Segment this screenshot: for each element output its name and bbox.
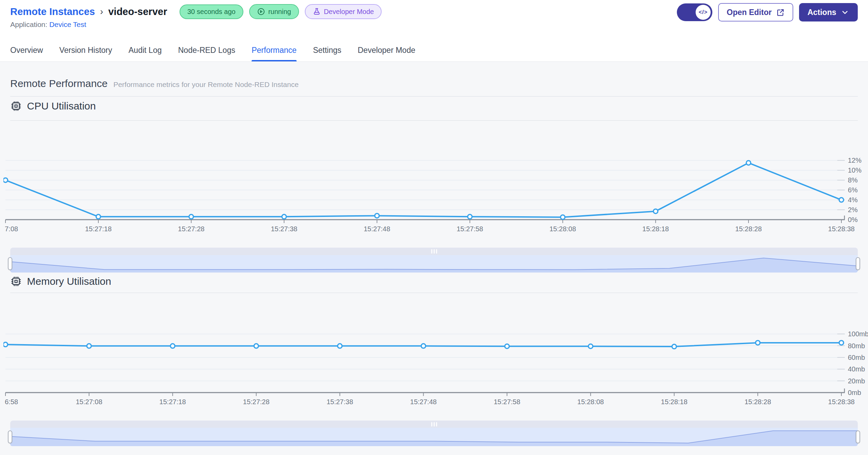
y-tick-label: 0mb	[848, 389, 861, 396]
data-point-marker	[746, 161, 751, 165]
data-point-marker	[254, 344, 258, 348]
tab-audit-log[interactable]: Audit Log	[129, 39, 162, 61]
x-tick-label: 15:27:18	[159, 398, 186, 406]
running-status-label: running	[268, 8, 291, 16]
play-circle-icon	[257, 8, 265, 16]
developer-mode-toggle[interactable]: </>	[677, 3, 712, 21]
x-tick-label: 15:27:08	[76, 398, 102, 406]
cpu-chip-icon	[10, 100, 22, 112]
memory-brush-handle-left[interactable]	[8, 430, 12, 443]
breadcrumb-remote-instances-link[interactable]: Remote Instances	[10, 6, 95, 17]
memory-section-label: Memory Utilisation	[27, 276, 111, 287]
y-tick-label: 0%	[848, 216, 858, 223]
application-link[interactable]: Device Test	[49, 20, 86, 28]
brush-preview-svg	[10, 255, 858, 273]
x-tick-label: 15:28:18	[661, 398, 687, 406]
memory-brush-handle-right[interactable]	[856, 430, 860, 443]
memory-utilisation-chart[interactable]: 0mb20mb40mb60mb80mb100mb6:5815:27:0815:2…	[3, 318, 868, 410]
last-seen-badge: 30 seconds ago	[180, 4, 243, 19]
last-seen-badge-label: 30 seconds ago	[187, 8, 236, 16]
chevron-down-icon	[841, 8, 849, 17]
data-point-marker	[282, 215, 286, 219]
x-tick-label: 15:28:38	[828, 398, 855, 406]
memory-chip-icon	[10, 276, 22, 287]
x-tick-label: 15:27:58	[494, 398, 520, 406]
instance-name: video-server	[108, 6, 167, 17]
data-point-marker	[653, 209, 658, 214]
x-tick-label: 15:28:38	[828, 225, 855, 233]
y-tick-label: 40mb	[848, 365, 865, 373]
page-title: Remote Performance	[10, 78, 108, 89]
divider	[10, 293, 858, 293]
tab-settings[interactable]: Settings	[313, 39, 341, 61]
grip-icon[interactable]	[431, 422, 437, 426]
divider	[10, 96, 858, 97]
cpu-brush-handle-left[interactable]	[8, 257, 12, 270]
data-point-marker	[839, 198, 844, 202]
data-point-marker	[3, 342, 8, 347]
breadcrumb-separator: ›	[100, 6, 103, 17]
x-tick-label: 15:27:18	[85, 225, 112, 233]
x-tick-label: 15:27:58	[457, 225, 483, 233]
divider	[10, 120, 858, 121]
x-tick-label: 15:27:38	[327, 398, 353, 406]
data-point-marker	[756, 340, 760, 345]
y-tick-label: 60mb	[848, 354, 865, 361]
data-point-marker	[468, 215, 472, 219]
tab-overview[interactable]: Overview	[10, 39, 43, 61]
x-tick-label: 15:28:28	[744, 398, 771, 406]
grip-icon[interactable]	[431, 249, 437, 254]
x-tick-label: 7:08	[5, 225, 18, 233]
cpu-brush-handle-right[interactable]	[856, 257, 860, 270]
remote-instance-performance-page: { "header": { "breadcrumb": "Remote Inst…	[0, 0, 868, 455]
y-tick-label: 6%	[848, 186, 858, 194]
actions-button[interactable]: Actions	[799, 3, 858, 21]
cpu-brush-preview[interactable]	[10, 255, 858, 273]
y-tick-label: 80mb	[848, 342, 865, 350]
page-head: Remote Performance Performance metrics f…	[10, 78, 299, 89]
data-point-marker	[505, 344, 509, 349]
y-tick-label: 2%	[848, 206, 858, 214]
x-tick-label: 6:58	[5, 398, 18, 406]
flask-icon	[313, 8, 321, 16]
memory-brush-preview[interactable]	[10, 428, 858, 446]
header: Remote Instances › video-server 30 secon…	[0, 0, 868, 39]
status-badges: 30 seconds ago running Developer Mode	[180, 4, 382, 19]
data-point-marker	[672, 344, 677, 349]
tab-node-red-logs[interactable]: Node-RED Logs	[178, 39, 235, 61]
tab-performance[interactable]: Performance	[252, 39, 297, 61]
header-controls: </> Open Editor Actions	[677, 3, 858, 21]
y-tick-label: 20mb	[848, 377, 865, 385]
data-point-marker	[375, 214, 379, 218]
brush-preview-svg	[10, 428, 858, 446]
x-tick-label: 15:28:28	[735, 225, 762, 233]
x-tick-label: 15:27:28	[178, 225, 204, 233]
x-tick-label: 15:27:48	[364, 225, 390, 233]
actions-label: Actions	[808, 8, 836, 17]
x-tick-label: 15:27:38	[271, 225, 297, 233]
cpu-utilisation-chart[interactable]: 0%2%4%6%8%10%12%7:0815:27:1815:27:2815:2…	[3, 144, 868, 236]
y-tick-label: 12%	[848, 157, 862, 164]
x-tick-label: 15:28:18	[642, 225, 669, 233]
data-point-marker	[560, 215, 565, 219]
application-label: Application:	[10, 20, 47, 28]
performance-content: Remote Performance Performance metrics f…	[0, 62, 868, 455]
developer-mode-badge-label: Developer Mode	[324, 8, 374, 16]
running-status-badge: running	[249, 4, 299, 19]
cpu-brush-drag-strip[interactable]	[10, 248, 858, 255]
open-editor-button[interactable]: Open Editor	[718, 3, 793, 21]
memory-chart-zoom-brush	[10, 421, 858, 446]
data-point-marker	[189, 215, 194, 219]
data-point-marker	[96, 215, 101, 219]
memory-brush-drag-strip[interactable]	[10, 421, 858, 428]
x-tick-label: 15:28:08	[577, 398, 604, 406]
tab-version-history[interactable]: Version History	[59, 39, 112, 61]
cpu-chart-zoom-brush	[10, 248, 858, 273]
x-tick-label: 15:27:28	[243, 398, 270, 406]
data-point-marker	[421, 344, 426, 348]
tab-developer-mode[interactable]: Developer Mode	[358, 39, 415, 61]
data-point-marker	[3, 178, 8, 182]
brush-area-fill	[10, 258, 858, 273]
application-row: Application: Device Test	[10, 20, 86, 29]
data-point-marker	[87, 344, 91, 348]
